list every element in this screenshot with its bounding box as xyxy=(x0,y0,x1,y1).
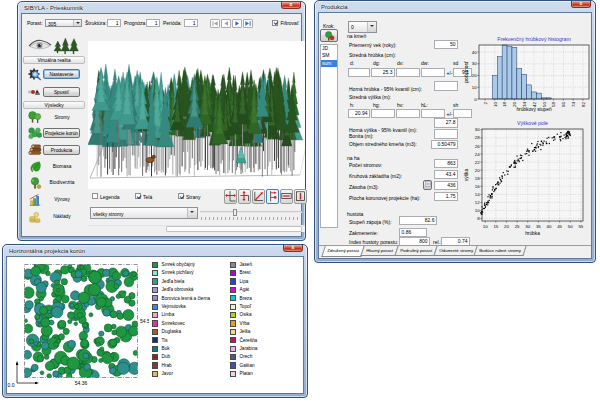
horna-hrubka-field[interactable] xyxy=(434,81,458,91)
view-rotate-x-button[interactable] xyxy=(224,189,237,204)
nav-last-button[interactable] xyxy=(243,19,253,28)
dv-field[interactable] xyxy=(396,68,420,77)
tab-podru-n-porast[interactable]: Podružný porast xyxy=(394,246,437,256)
krok-combo-arrow-icon[interactable] xyxy=(367,22,376,32)
species-listbox[interactable]: JDSMsum xyxy=(320,44,338,228)
tree-filter-combo-arrow-icon[interactable] xyxy=(187,208,197,218)
legend-swatch xyxy=(152,270,158,276)
tab-bud-ce-rubn-stromy[interactable]: Budúce rubné stromy xyxy=(474,246,527,256)
vyska-label: Stredná výška (m): xyxy=(349,94,391,100)
dg-field[interactable]: 25.3 xyxy=(371,68,395,77)
struktura-field[interactable]: 1 xyxy=(107,19,121,28)
struktura-label: Štruktúra: xyxy=(85,20,107,26)
forest-3d-viewport[interactable] xyxy=(88,41,305,189)
objem-field[interactable]: 0.50479 xyxy=(431,140,458,150)
legend-label: Borovica lesná a čierna xyxy=(162,296,211,301)
produkcia-button[interactable]: Produkcia xyxy=(43,145,80,155)
tree-filter-combobox[interactable]: všetky stromy xyxy=(90,207,198,219)
view-pan-vertical-button[interactable] xyxy=(294,189,307,204)
view-rotate-y-button[interactable] xyxy=(238,189,251,204)
produkcia-tabs: Združený porastHlavný porastPodružný por… xyxy=(319,245,591,257)
horna-vyska-field[interactable]: 27.8 xyxy=(434,118,458,128)
tab-odumret-stromy[interactable]: Odumreté stromy xyxy=(433,246,478,256)
legenda-checkbox[interactable] xyxy=(92,193,98,199)
nav-first-button[interactable] xyxy=(210,19,220,28)
svg-text:74: 74 xyxy=(571,101,576,106)
species-list-item[interactable]: sum xyxy=(321,60,337,67)
projekcie-korun-button[interactable]: Projekcie korún xyxy=(43,128,80,138)
prognoza-field[interactable]: 1 xyxy=(146,19,160,28)
legend-swatch xyxy=(230,320,236,326)
sidebar-item-vynosy[interactable]: Výnosy xyxy=(43,197,81,202)
svg-text:18: 18 xyxy=(502,101,507,106)
zapoj-field[interactable]: 82.6 xyxy=(399,216,437,226)
horna-hrubka-label: Horná hrúbka - 95% kvantil (cm): xyxy=(349,86,422,92)
horna-vyska-label: Horná výška - 95% kvantil (m): xyxy=(349,127,417,133)
produkcia-close-button[interactable]: x xyxy=(571,1,591,8)
h-field[interactable]: 20.94 xyxy=(348,109,370,118)
legend-label: Breza xyxy=(240,296,252,301)
vek-field[interactable]: 50 xyxy=(434,40,458,50)
svg-text:2: 2 xyxy=(483,101,488,104)
hg-field[interactable] xyxy=(371,109,395,118)
sidebar-item-naklady[interactable]: Náklady xyxy=(43,214,81,219)
scrollbar-thumb[interactable] xyxy=(166,226,302,232)
strany-checkbox[interactable] xyxy=(178,193,184,199)
zakladna-field[interactable]: 43.4 xyxy=(434,170,458,180)
sidebar-item-biodiverzita[interactable]: Biodiverzita xyxy=(43,180,81,185)
view-pan-horizontal-button[interactable] xyxy=(280,189,293,204)
krok-combobox[interactable]: 0 xyxy=(348,21,377,33)
slider-thumb[interactable] xyxy=(233,209,237,216)
explorer-close-button[interactable]: x xyxy=(281,2,301,9)
svg-text:hrúbka: hrúbka xyxy=(525,231,540,236)
view-rotate-z-button[interactable] xyxy=(252,189,265,204)
species-list-item[interactable]: JD xyxy=(321,45,337,52)
dv-head: dv: xyxy=(397,60,404,66)
d-head: d: xyxy=(350,60,354,66)
objem-label: Objem stredného kmeňa (m3): xyxy=(349,141,417,147)
svg-text:30: 30 xyxy=(472,61,477,66)
dw-field[interactable] xyxy=(421,68,445,77)
zasoba-detail-button[interactable] xyxy=(423,180,432,190)
projection-close-button[interactable]: x xyxy=(283,245,303,252)
zasoba-field[interactable]: 436 xyxy=(434,181,458,191)
sidebar-item-stromy[interactable]: Stromy xyxy=(43,115,81,120)
view-zoom-slider[interactable] xyxy=(200,209,302,222)
pocet-field[interactable]: 863 xyxy=(434,159,458,169)
legend-label: Osika xyxy=(240,312,252,317)
tela-checkbox[interactable] xyxy=(135,193,141,199)
porast-combo-arrow-icon[interactable] xyxy=(73,20,81,27)
horizontal-scrollbar[interactable] xyxy=(88,225,305,232)
svg-text:14: 14 xyxy=(475,192,480,197)
explorer-titlebar[interactable]: SIBYLA - Prieskumník x xyxy=(18,2,305,13)
d-field[interactable] xyxy=(348,68,370,77)
filtrovat-checkbox[interactable] xyxy=(272,20,278,26)
projection-titlebar[interactable]: Horizontálna projekcia korún x xyxy=(3,245,307,256)
produkcia-titlebar[interactable]: Produkcia x xyxy=(315,1,595,12)
nastavenie-button[interactable]: Nastavenie xyxy=(43,69,80,79)
legend-swatch xyxy=(152,346,158,352)
tab-zdru-en-porast[interactable]: Združený porast xyxy=(321,246,364,257)
pan-vertical-icon xyxy=(295,190,306,203)
legend-swatch xyxy=(230,312,236,318)
porast-combobox[interactable]: 305 xyxy=(45,19,82,28)
species-filter-button[interactable] xyxy=(320,29,338,42)
species-list-item[interactable]: SM xyxy=(321,52,337,59)
nav-prev-button[interactable] xyxy=(221,19,231,28)
explorer-client: Porast: 305 Štruktúra: 1 Prognóza: 1 Per… xyxy=(21,13,302,237)
tab-hlavn-porast[interactable]: Hlavný porast xyxy=(360,246,398,256)
bonita-field[interactable] xyxy=(434,129,458,139)
legend-swatch xyxy=(230,371,236,377)
perioda-field[interactable]: 1 xyxy=(184,19,198,28)
pocet-label: Počet stromov: xyxy=(349,162,382,168)
hv-field[interactable] xyxy=(396,109,420,118)
sidebar-item-biomasa[interactable]: Biomasa xyxy=(43,164,81,169)
plocha-field[interactable]: 1.75 xyxy=(434,192,458,202)
legend-label: Hrab xyxy=(162,363,172,368)
hl-field[interactable] xyxy=(421,109,445,118)
spustit-button[interactable]: Spustiť xyxy=(43,87,80,97)
svg-text:15: 15 xyxy=(493,224,498,229)
legend-label: Vejmutovka xyxy=(162,304,186,309)
view-walk-button[interactable] xyxy=(266,189,279,204)
nav-next-button[interactable] xyxy=(232,19,242,28)
